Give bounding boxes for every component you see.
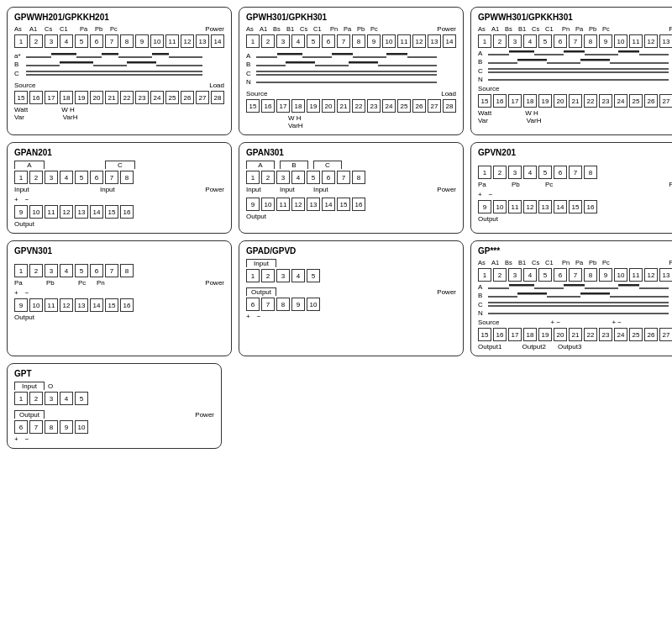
load-label: Load xyxy=(209,82,224,89)
source-label-2: Source xyxy=(246,90,267,98)
card-gpwh301: GPWH301/GPKH301 As A1 Bs B1 Cs C1 Pn Pa … xyxy=(239,7,464,135)
card-gpan201: GPAN201 A C 1 2 3 4 5 6 7 8 Input Input … xyxy=(7,142,232,234)
source-label: Source xyxy=(14,82,35,89)
card-gpstar: GP*** As A1 Bs B1 Cs C1 Pn Pa Pb Pc Powe… xyxy=(470,240,672,356)
load-label-2: Load xyxy=(441,90,456,98)
card-gpwwh201: GPWWH201/GPKKH201 As A1 Cs C1 Pa Pb Pc P… xyxy=(7,7,232,135)
card-gpan301: GPAN301 A B C 1 2 3 4 5 6 7 8 Input Inpu… xyxy=(239,142,464,234)
card-gpvn201: GPVN201 1 2 3 4 5 6 7 8 Pa Pb Pc Power +… xyxy=(470,142,672,234)
card-title-gpan201: GPAN201 xyxy=(14,148,224,157)
card-title-gpstar: GP*** xyxy=(478,246,672,256)
card-title-gpan301: GPAN301 xyxy=(246,148,456,157)
empty-cell-2 xyxy=(450,363,665,449)
card-gpt: GPT Input O 1 2 3 4 5 Output Power 6 7 8… xyxy=(7,363,222,449)
card-title-gpwwh301: GPWWH301/GPKKH301 xyxy=(478,13,672,22)
card-title-gpad-gpvd: GPAD/GPVD xyxy=(246,246,456,256)
card-gpwwh301: GPWWH301/GPKKH301 As A1 Bs B1 Cs C1 Pn P… xyxy=(470,7,672,135)
empty-cell-1 xyxy=(228,363,444,449)
card-title-gpvn201: GPVN201 xyxy=(478,148,672,157)
card-gpad-gpvd: GPAD/GPVD Input 1 2 3 4 5 Output Power 6… xyxy=(239,240,464,356)
source-label-3: Source xyxy=(478,85,499,92)
card-title-gpvn301: GPVN301 xyxy=(14,246,224,256)
card-title-gpt: GPT xyxy=(14,369,214,378)
card-title-gpwwh201: GPWWH201/GPKKH201 xyxy=(14,13,224,22)
card-title-gpwh301: GPWH301/GPKH301 xyxy=(246,13,456,22)
card-gpvn301: GPVN301 1 2 3 4 5 6 7 8 Pa Pb Pc Pn Powe… xyxy=(7,240,232,356)
